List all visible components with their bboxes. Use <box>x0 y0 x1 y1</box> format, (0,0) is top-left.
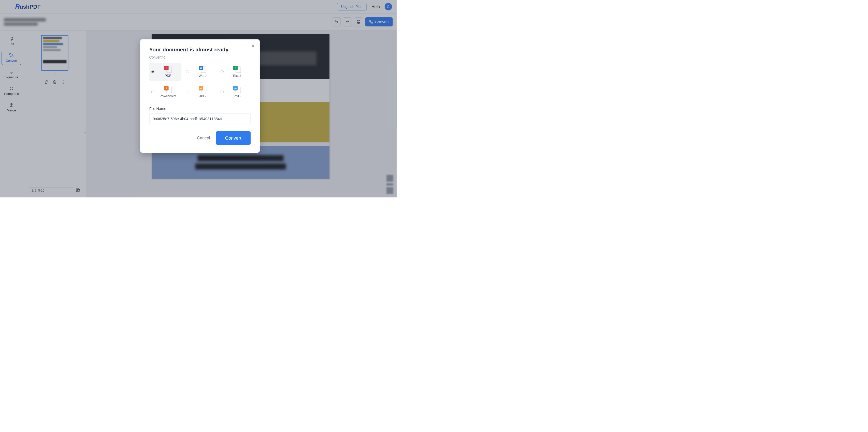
format-radio-excel[interactable] <box>221 70 224 73</box>
format-radio-powerpoint[interactable] <box>151 91 154 94</box>
format-radio-png[interactable] <box>221 91 224 94</box>
jpg-file-icon: JPG <box>199 86 206 93</box>
excel-file-icon: X <box>233 66 241 73</box>
modal-subtitle: Convert to: <box>149 56 251 60</box>
close-modal-button[interactable] <box>251 44 255 49</box>
png-file-icon: PNG <box>233 86 241 93</box>
svg-point-12 <box>166 68 167 68</box>
modal-actions: Cancel Convert <box>149 131 251 145</box>
format-option-png[interactable]: PNG PNG <box>219 83 251 101</box>
format-radio-word[interactable] <box>186 70 189 73</box>
format-label: PDF <box>164 74 171 78</box>
modal-title: Your document is almost ready <box>149 46 251 53</box>
pdf-file-icon <box>164 66 172 73</box>
format-label: PowerPoint <box>159 94 176 98</box>
format-grid: PDF W Word X Excel <box>149 63 251 101</box>
format-option-word[interactable]: W Word <box>184 63 216 81</box>
format-radio-pdf[interactable] <box>151 70 154 73</box>
format-label: PNG <box>234 94 241 98</box>
format-option-powerpoint[interactable]: P PowerPoint <box>149 83 182 101</box>
powerpoint-file-icon: P <box>164 86 172 93</box>
close-icon <box>251 44 255 48</box>
word-file-icon: W <box>199 66 206 73</box>
cancel-button[interactable]: Cancel <box>197 135 210 141</box>
convert-modal: Your document is almost ready Convert to… <box>140 39 260 153</box>
format-label: JPG <box>199 94 206 98</box>
filename-label: File Name <box>149 106 251 111</box>
format-radio-jpg[interactable] <box>186 91 189 94</box>
format-option-jpg[interactable]: JPG JPG <box>184 83 216 101</box>
format-option-excel[interactable]: X Excel <box>219 63 251 81</box>
format-label: Excel <box>233 74 241 78</box>
filename-input[interactable] <box>149 114 251 124</box>
format-label: Word <box>199 74 206 78</box>
format-option-pdf[interactable]: PDF <box>149 63 182 81</box>
convert-button[interactable]: Convert <box>216 131 251 145</box>
